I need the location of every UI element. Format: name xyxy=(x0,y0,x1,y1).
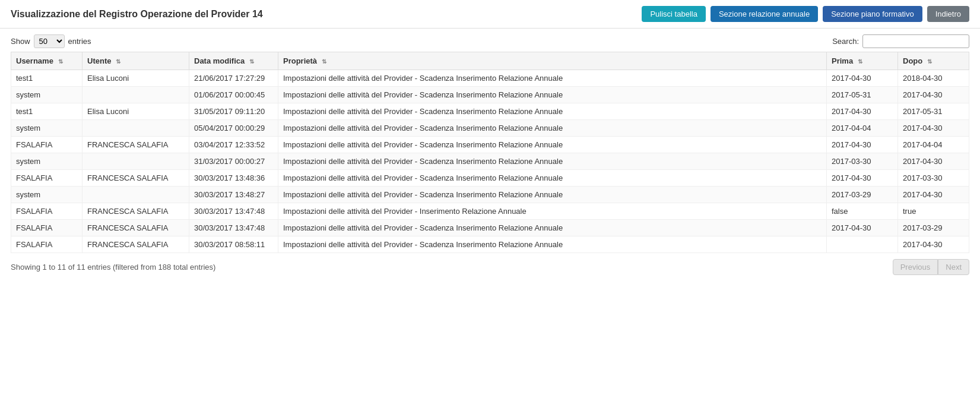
indietro-button[interactable]: Indietro xyxy=(927,6,969,22)
table-row: system01/06/2017 00:00:45Impostazioni de… xyxy=(11,87,969,103)
cell-username: FSALAFIA xyxy=(11,137,83,153)
cell-prima: 2017-04-30 xyxy=(827,70,898,87)
footer-row: Showing 1 to 11 of 11 entries (filtered … xyxy=(0,253,980,281)
col-header-data[interactable]: Data modifica ⇅ xyxy=(189,52,278,70)
cell-dopo: 2017-03-30 xyxy=(898,170,969,187)
cell-username: FSALAFIA xyxy=(11,203,83,220)
table-row: system31/03/2017 00:00:27Impostazioni de… xyxy=(11,153,969,170)
table-row: FSALAFIAFRANCESCA SALAFIA30/03/2017 08:5… xyxy=(11,236,969,253)
cell-prima: false xyxy=(827,203,898,220)
cell-utente: Elisa Luconi xyxy=(83,70,189,87)
cell-proprieta: Impostazioni delle attività del Provider… xyxy=(278,220,827,236)
page-title: Visualizzazione del Registro Operazione … xyxy=(11,9,263,20)
cell-data: 31/03/2017 00:00:27 xyxy=(189,153,278,170)
cell-proprieta: Impostazioni delle attività del Provider… xyxy=(278,153,827,170)
table-row: test1Elisa Luconi21/06/2017 17:27:29Impo… xyxy=(11,70,969,87)
cell-proprieta: Impostazioni delle attività del Provider… xyxy=(278,137,827,153)
sort-icon-utente: ⇅ xyxy=(116,58,120,65)
cell-prima: 2017-05-31 xyxy=(827,87,898,103)
cell-username: FSALAFIA xyxy=(11,236,83,253)
cell-username: system xyxy=(11,187,83,203)
cell-utente xyxy=(83,153,189,170)
cell-dopo: 2017-04-30 xyxy=(898,120,969,137)
search-input[interactable] xyxy=(862,34,969,48)
showing-text: Showing 1 to 11 of 11 entries (filtered … xyxy=(11,263,215,272)
cell-dopo: 2017-04-30 xyxy=(898,87,969,103)
table-container: Username ⇅ Utente ⇅ Data modifica ⇅ Prop… xyxy=(0,52,980,253)
search-label: Search: xyxy=(832,37,859,46)
cell-username: FSALAFIA xyxy=(11,220,83,236)
cell-data: 03/04/2017 12:33:52 xyxy=(189,137,278,153)
cell-proprieta: Impostazioni delle attività del Provider… xyxy=(278,236,827,253)
sort-icon-proprieta: ⇅ xyxy=(322,58,326,65)
controls-row: Show 10 25 50 100 entries Search: xyxy=(0,29,980,52)
cell-data: 05/04/2017 00:00:29 xyxy=(189,120,278,137)
show-entries: Show 10 25 50 100 entries xyxy=(11,34,91,48)
search-box: Search: xyxy=(832,34,969,48)
cell-dopo: 2017-04-04 xyxy=(898,137,969,153)
cell-prima xyxy=(827,236,898,253)
sezione-piano-formativo-button[interactable]: Sezione piano formativo xyxy=(823,6,922,22)
cell-username: system xyxy=(11,153,83,170)
table-row: FSALAFIAFRANCESCA SALAFIA30/03/2017 13:4… xyxy=(11,170,969,187)
cell-username: FSALAFIA xyxy=(11,170,83,187)
cell-data: 01/06/2017 00:00:45 xyxy=(189,87,278,103)
cell-prima: 2017-04-30 xyxy=(827,220,898,236)
cell-data: 31/05/2017 09:11:20 xyxy=(189,103,278,120)
cell-proprieta: Impostazioni delle attività del Provider… xyxy=(278,87,827,103)
sort-icon-data: ⇅ xyxy=(249,58,254,65)
cell-utente xyxy=(83,87,189,103)
cell-utente: FRANCESCA SALAFIA xyxy=(83,137,189,153)
table-body: test1Elisa Luconi21/06/2017 17:27:29Impo… xyxy=(11,70,969,253)
sort-icon-prima: ⇅ xyxy=(858,58,862,65)
cell-proprieta: Impostazioni delle attività del Provider… xyxy=(278,120,827,137)
sort-icon-username: ⇅ xyxy=(58,58,63,65)
cell-dopo: 2018-04-30 xyxy=(898,70,969,87)
cell-prima: 2017-04-04 xyxy=(827,120,898,137)
previous-button[interactable]: Previous xyxy=(893,259,938,275)
col-header-username[interactable]: Username ⇅ xyxy=(11,52,83,70)
cell-proprieta: Impostazioni delle attività del Provider… xyxy=(278,103,827,120)
cell-utente xyxy=(83,120,189,137)
cell-dopo: 2017-03-29 xyxy=(898,220,969,236)
cell-dopo: 2017-04-30 xyxy=(898,153,969,170)
col-header-dopo[interactable]: Dopo ⇅ xyxy=(898,52,969,70)
cell-prima: 2017-04-30 xyxy=(827,103,898,120)
table-row: FSALAFIAFRANCESCA SALAFIA30/03/2017 13:4… xyxy=(11,220,969,236)
cell-data: 21/06/2017 17:27:29 xyxy=(189,70,278,87)
cell-data: 30/03/2017 13:48:36 xyxy=(189,170,278,187)
table-row: FSALAFIAFRANCESCA SALAFIA30/03/2017 13:4… xyxy=(11,203,969,220)
cell-dopo: 2017-04-30 xyxy=(898,236,969,253)
col-header-utente[interactable]: Utente ⇅ xyxy=(83,52,189,70)
cell-data: 30/03/2017 08:58:11 xyxy=(189,236,278,253)
header-buttons: Pulisci tabella Sezione relazione annual… xyxy=(642,6,969,22)
cell-utente: FRANCESCA SALAFIA xyxy=(83,220,189,236)
cell-proprieta: Impostazioni delle attività del Provider… xyxy=(278,203,827,220)
pulisci-tabella-button[interactable]: Pulisci tabella xyxy=(642,6,706,22)
page-header: Visualizzazione del Registro Operazione … xyxy=(0,0,980,29)
cell-prima: 2017-03-30 xyxy=(827,153,898,170)
show-label: Show xyxy=(11,37,30,46)
sezione-relazione-annuale-button[interactable]: Sezione relazione annuale xyxy=(711,6,818,22)
cell-prima: 2017-04-30 xyxy=(827,137,898,153)
table-row: FSALAFIAFRANCESCA SALAFIA03/04/2017 12:3… xyxy=(11,137,969,153)
entries-select[interactable]: 10 25 50 100 xyxy=(34,34,65,48)
cell-data: 30/03/2017 13:47:48 xyxy=(189,220,278,236)
cell-dopo: true xyxy=(898,203,969,220)
sort-icon-dopo: ⇅ xyxy=(927,58,932,65)
cell-utente: FRANCESCA SALAFIA xyxy=(83,203,189,220)
cell-utente xyxy=(83,187,189,203)
cell-username: test1 xyxy=(11,103,83,120)
table-header-row: Username ⇅ Utente ⇅ Data modifica ⇅ Prop… xyxy=(11,52,969,70)
cell-dopo: 2017-04-30 xyxy=(898,187,969,203)
col-header-prima[interactable]: Prima ⇅ xyxy=(827,52,898,70)
cell-utente: Elisa Luconi xyxy=(83,103,189,120)
col-header-proprieta[interactable]: Proprietà ⇅ xyxy=(278,52,827,70)
cell-username: system xyxy=(11,87,83,103)
data-table: Username ⇅ Utente ⇅ Data modifica ⇅ Prop… xyxy=(11,52,969,253)
next-button[interactable]: Next xyxy=(938,259,969,275)
pagination: Previous Next xyxy=(893,259,969,275)
cell-prima: 2017-04-30 xyxy=(827,170,898,187)
table-row: system05/04/2017 00:00:29Impostazioni de… xyxy=(11,120,969,137)
cell-proprieta: Impostazioni delle attività del Provider… xyxy=(278,170,827,187)
